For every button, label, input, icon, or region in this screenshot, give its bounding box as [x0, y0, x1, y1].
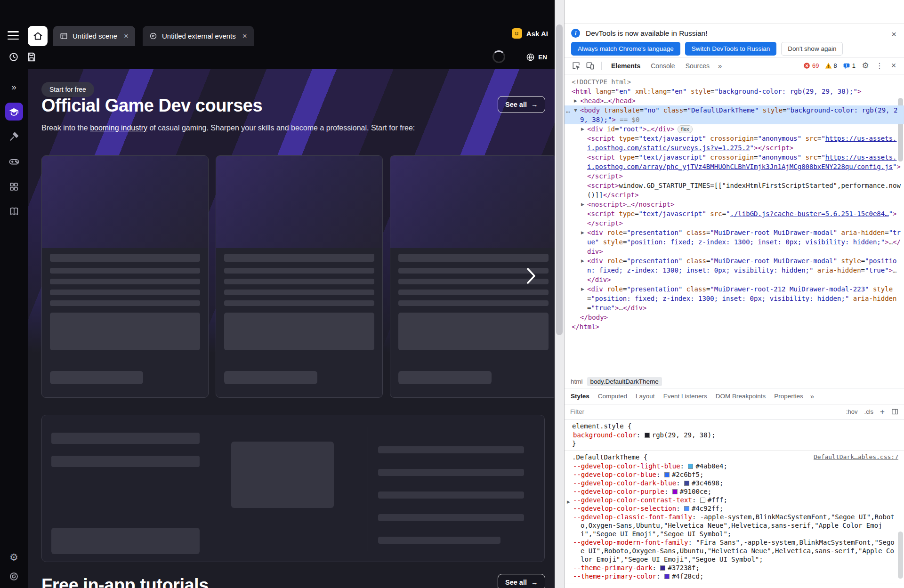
dom-tree-node[interactable]: ▶<div id="root">…</div>flex — [565, 124, 904, 134]
collapse-arrow-icon[interactable]: ▼ — [574, 105, 577, 115]
kebab-menu-icon[interactable]: ⋮ — [873, 60, 886, 72]
match-chrome-language-button[interactable]: Always match Chrome's language — [571, 42, 680, 56]
dom-tree-node[interactable]: </html> — [565, 322, 904, 331]
switch-devtools-russian-button[interactable]: Switch DevTools to Russian — [685, 42, 777, 56]
menu-icon[interactable] — [8, 31, 19, 40]
expand-arrow-icon[interactable]: ▶ — [574, 96, 577, 105]
dont-show-again-button[interactable]: Don't show again — [781, 42, 843, 56]
breadcrumb-html[interactable]: html — [567, 377, 586, 386]
error-count-badge[interactable]: 69 — [803, 62, 819, 69]
tab-untitled-external-events[interactable]: Untitled external events × — [143, 26, 254, 46]
sidebar-item-manual[interactable] — [5, 202, 23, 220]
sidebar-item-learn[interactable] — [5, 103, 23, 121]
expand-arrow-icon[interactable]: ▶ — [581, 124, 584, 134]
color-swatch[interactable] — [700, 498, 705, 503]
expand-sidebar-icon[interactable]: » — [5, 78, 23, 96]
issue-count-badge[interactable]: 1 — [843, 62, 856, 70]
css-property[interactable]: --gdevelop-color-dark-blue: #3c4698; — [565, 479, 904, 487]
scrollbar-thumb[interactable] — [556, 24, 563, 335]
css-property[interactable]: --gdevelop-color-light-blue: #4ab0e4; — [565, 462, 904, 470]
css-property[interactable]: ▶--gdevelop-color-contrast-text: #fff; — [565, 496, 904, 504]
language-selector[interactable]: EN — [526, 53, 547, 62]
css-property[interactable]: --gdevelop-color-selection: #4c92ff; — [565, 504, 904, 513]
css-property[interactable]: --theme-primary-color: #4f28cd; — [565, 572, 904, 580]
more-tabs-icon[interactable]: » — [715, 62, 725, 70]
dom-tree-node[interactable]: ▶<noscript>…</noscript> — [565, 200, 904, 209]
dom-tree-node[interactable]: <script type="text/javascript" src="./li… — [565, 209, 904, 228]
sidebar-item-build[interactable] — [5, 128, 23, 145]
save-icon[interactable] — [26, 52, 37, 62]
color-swatch[interactable] — [688, 464, 693, 469]
color-swatch[interactable] — [684, 506, 689, 511]
page-scrollbar[interactable] — [555, 0, 564, 588]
tab-console[interactable]: Console — [646, 58, 679, 74]
new-style-rule-icon[interactable]: + — [880, 407, 885, 417]
tab-dom-breakpoints[interactable]: DOM Breakpoints — [711, 388, 770, 404]
sidebar-item-play[interactable] — [5, 153, 23, 170]
style-filter-input[interactable] — [570, 408, 674, 415]
tab-properties[interactable]: Properties — [770, 388, 807, 404]
settings-gear-icon[interactable]: ⚙ — [9, 552, 18, 563]
stylesheet-link[interactable]: DefaultDark…ables.css:7 — [814, 453, 898, 461]
dom-tree-node[interactable]: ▶<head>…</head> — [565, 96, 904, 105]
carousel-next-button[interactable] — [526, 267, 536, 285]
style-rule-selector[interactable]: element.style { — [572, 422, 631, 430]
tutorials-panel-skeleton[interactable] — [41, 415, 545, 562]
dom-tree-node[interactable]: </body> — [565, 313, 904, 322]
dom-tree-node[interactable]: ▶<div role="presentation" class="MuiDraw… — [565, 284, 904, 313]
dom-tree-node[interactable]: ▶<div role="presentation" class="MuiDraw… — [565, 256, 904, 284]
dom-tree-node[interactable]: <script>window.GD_STARTUP_TIMES=[["index… — [565, 181, 904, 200]
computed-sidebar-toggle-icon[interactable] — [891, 408, 898, 415]
close-devtools-icon[interactable]: × — [887, 60, 900, 72]
expand-arrow-icon[interactable]: ▶ — [581, 228, 584, 237]
tab-styles[interactable]: Styles — [566, 388, 594, 404]
dom-tree-node[interactable]: <script type="text/javascript" crossorig… — [565, 134, 904, 153]
color-swatch[interactable] — [684, 481, 689, 486]
see-all-courses-button[interactable]: See all → — [498, 96, 545, 113]
inspect-element-icon[interactable] — [569, 60, 582, 72]
course-card-skeleton[interactable] — [216, 155, 383, 398]
expand-arrow-icon[interactable]: ▶ — [581, 284, 584, 294]
flex-badge[interactable]: flex — [678, 125, 692, 133]
color-swatch[interactable] — [672, 489, 678, 494]
cls-toggle[interactable]: .cls — [864, 408, 874, 415]
close-tab-icon[interactable]: × — [242, 32, 247, 41]
tab-event-listeners[interactable]: Event Listeners — [659, 388, 711, 404]
tab-elements[interactable]: Elements — [606, 58, 645, 74]
close-tab-icon[interactable]: × — [124, 32, 129, 41]
css-property[interactable]: --gdevelop-classic-font-family: -apple-s… — [565, 513, 904, 538]
tab-layout[interactable]: Layout — [631, 388, 659, 404]
node-menu-dots[interactable]: … — [566, 105, 570, 115]
hov-toggle[interactable]: :hov — [846, 408, 858, 415]
more-sidebar-tabs-icon[interactable]: » — [807, 392, 817, 400]
sidebar-item-shop[interactable] — [5, 177, 23, 195]
style-rule-selector[interactable]: .DefaultDarkTheme { — [572, 453, 647, 461]
css-property[interactable]: --gdevelop-color-blue: #2c6bf5; — [565, 470, 904, 479]
dom-tree-node[interactable]: ▶<div role="presentation" class="MuiDraw… — [565, 228, 904, 256]
dom-tree-node[interactable]: …▼<body translate="no" class="DefaultDar… — [565, 105, 904, 124]
warning-count-badge[interactable]: 8 — [825, 62, 837, 69]
see-all-tutorials-button[interactable]: See all → — [498, 574, 545, 588]
css-property[interactable]: --gdevelop-color-purple: #9100ce; — [565, 487, 904, 496]
dom-tree-node[interactable]: <script type="text/javascript" crossorig… — [565, 153, 904, 181]
expand-arrow-icon[interactable]: ▶ — [581, 256, 584, 266]
dom-tree-node[interactable]: <!DOCTYPE html> — [565, 77, 904, 87]
color-swatch[interactable] — [645, 433, 650, 438]
home-tab-button[interactable] — [28, 26, 48, 46]
tab-sources[interactable]: Sources — [681, 58, 714, 74]
tab-untitled-scene[interactable]: Untitled scene × — [53, 26, 135, 46]
dom-tree-node[interactable]: <html lang="en" xml:lang="en" style="bac… — [565, 87, 904, 96]
css-property[interactable]: background-color: rgb(29, 29, 38); — [565, 431, 904, 439]
close-infobar-icon[interactable]: × — [891, 29, 896, 40]
tab-computed[interactable]: Computed — [594, 388, 631, 404]
ask-ai-button[interactable]: Ask AI — [512, 28, 548, 39]
expand-arrow-icon[interactable]: ▶ — [581, 200, 584, 209]
resource-link[interactable]: ./libGD.js?cache-buster=5.6.251-15c0e84… — [730, 210, 889, 217]
course-card-skeleton[interactable] — [41, 155, 209, 398]
breadcrumb-body[interactable]: body.DefaultDarkTheme — [587, 377, 662, 386]
booming-industry-link[interactable]: booming industry — [90, 124, 147, 132]
history-icon[interactable] — [8, 52, 19, 62]
color-swatch[interactable] — [660, 565, 665, 571]
color-swatch[interactable] — [664, 472, 670, 477]
settings-gear-icon[interactable]: ⚙ — [859, 60, 872, 72]
